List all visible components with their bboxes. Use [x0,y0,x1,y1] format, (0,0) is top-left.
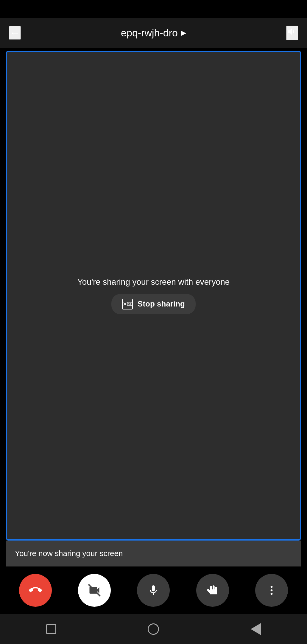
camera-off-svg [88,584,101,597]
meeting-code: epq-rwjh-dro [121,27,178,39]
nav-bar [0,614,307,644]
volume-button[interactable] [286,26,298,40]
raise-hand-button[interactable] [196,574,229,607]
camera-off-icon [88,584,101,597]
stop-sharing-button[interactable]: Stop sharing [111,294,196,314]
end-call-button[interactable] [19,574,52,607]
status-bar [0,0,307,18]
home-button[interactable] [141,620,165,638]
end-call-icon [29,584,42,597]
more-options-button[interactable] [255,574,288,607]
volume-icon [287,26,297,37]
chevron-right-icon: ▶ [181,29,186,37]
stop-sharing-icon [122,299,133,309]
microphone-button[interactable] [137,574,170,607]
recent-apps-icon [46,624,56,634]
call-controls [0,566,307,614]
back-button[interactable]: ← [9,26,21,40]
back-nav-button[interactable] [244,620,268,638]
svg-point-5 [271,589,273,592]
more-options-icon [266,584,278,596]
svg-point-4 [271,586,273,588]
microphone-icon [147,584,159,596]
meeting-code-area: epq-rwjh-dro ▶ [121,27,186,39]
screen-share-area: You're sharing your screen with everyone… [6,51,301,541]
back-icon: ← [10,27,20,39]
notification-text: You're now sharing your screen [15,549,123,558]
screen-stop-icon [127,301,132,307]
svg-point-6 [271,593,273,595]
sharing-message: You're sharing your screen with everyone [68,277,239,287]
back-nav-icon [251,623,261,635]
notification-bar: You're now sharing your screen [6,541,301,566]
raise-hand-icon [207,584,219,596]
screen-share-content: You're sharing your screen with everyone… [68,277,239,314]
camera-toggle-button[interactable] [78,574,111,607]
home-icon [148,623,159,635]
top-header: ← epq-rwjh-dro ▶ [0,18,307,48]
stop-sharing-label: Stop sharing [138,299,185,309]
recent-apps-button[interactable] [39,620,63,638]
